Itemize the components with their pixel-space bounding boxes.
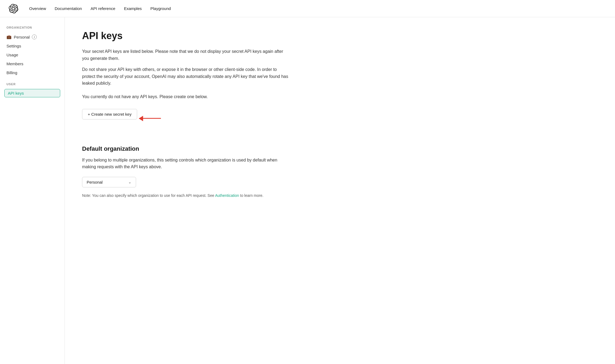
note-suffix: to learn more. (239, 193, 263, 198)
nav-examples[interactable]: Examples (124, 6, 142, 11)
no-keys-message: You currently do not have any API keys. … (82, 93, 290, 100)
org-select-dropdown[interactable]: Personal ⌄ (82, 177, 136, 187)
default-org-title: Default organization (82, 145, 290, 152)
nav-overview[interactable]: Overview (29, 6, 46, 11)
description-1: Your secret API keys are listed below. P… (82, 48, 290, 62)
create-secret-key-button[interactable]: + Create new secret key (82, 109, 137, 119)
org-section-label: ORGANIZATION (0, 26, 65, 32)
description-2: Do not share your API key with others, o… (82, 66, 290, 87)
topnav: Overview Documentation API reference Exa… (0, 0, 615, 17)
arrow-shaft (139, 118, 161, 119)
page-title: API keys (82, 30, 290, 42)
topnav-links: Overview Documentation API reference Exa… (29, 6, 171, 11)
nav-playground[interactable]: Playground (150, 6, 171, 11)
main-content: API keys Your secret API keys are listed… (65, 17, 308, 364)
default-org-description: If you belong to multiple organizations,… (82, 157, 290, 170)
authentication-link[interactable]: Authentication (215, 193, 239, 198)
sidebar-item-members[interactable]: Members (0, 59, 65, 68)
layout: ORGANIZATION 💼 Personal i Settings Usage… (0, 17, 615, 364)
user-section-label: USER (0, 83, 65, 89)
sidebar-item-usage[interactable]: Usage (0, 50, 65, 59)
sidebar-item-personal[interactable]: 💼 Personal i (0, 32, 65, 42)
openai-logo[interactable] (9, 4, 18, 13)
api-keys-label: API keys (8, 91, 24, 95)
nav-documentation[interactable]: Documentation (55, 6, 82, 11)
usage-label: Usage (6, 53, 18, 57)
create-key-label: + Create new secret key (88, 112, 131, 116)
sidebar: ORGANIZATION 💼 Personal i Settings Usage… (0, 17, 65, 364)
billing-label: Billing (6, 70, 17, 75)
nav-api-reference[interactable]: API reference (90, 6, 115, 11)
briefcase-icon: 💼 (6, 35, 12, 39)
sidebar-org-name: Personal (14, 35, 30, 39)
org-select-value: Personal (87, 180, 103, 184)
arrow-head (139, 116, 143, 121)
sidebar-item-billing[interactable]: Billing (0, 68, 65, 77)
note-prefix: Note: You can also specify which organiz… (82, 193, 215, 198)
sidebar-item-settings[interactable]: Settings (0, 42, 65, 50)
settings-label: Settings (6, 44, 21, 48)
sidebar-item-api-keys[interactable]: API keys (4, 89, 60, 97)
arrow-annotation (139, 118, 161, 119)
chevron-down-icon: ⌄ (128, 180, 131, 184)
info-icon[interactable]: i (32, 35, 37, 39)
members-label: Members (6, 61, 23, 66)
note-text: Note: You can also specify which organiz… (82, 193, 290, 198)
